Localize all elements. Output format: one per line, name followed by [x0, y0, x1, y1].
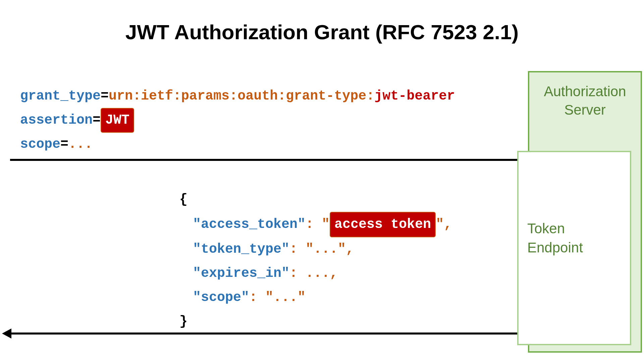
scope-line: scope=...: [20, 133, 455, 156]
token-type-val: : "...",: [289, 242, 354, 257]
expires-in-line: "expires_in": ...,: [179, 261, 452, 286]
grant-type-urn: urn:ietf:params:oauth:grant-type:: [109, 88, 374, 104]
equals-sign: =: [93, 113, 101, 128]
token-type-key: "token_type": [193, 242, 289, 257]
assertion-key: assertion: [20, 113, 93, 128]
equals-sign: =: [60, 137, 68, 152]
request-arrow: [10, 159, 523, 161]
expires-in-val: : ...,: [289, 266, 338, 281]
end-quote-comma: ",: [436, 217, 452, 232]
grant-type-jwt-bearer: jwt-bearer: [374, 88, 455, 104]
access-token-key: "access_token": [193, 217, 306, 232]
equals-sign: =: [101, 88, 109, 104]
token-type-line: "token_type": "...",: [179, 237, 452, 261]
auth-server-l1: Authorization: [544, 83, 626, 99]
token-endpoint-l1: Token: [527, 221, 565, 236]
token-endpoint-box: Token Endpoint: [517, 151, 631, 345]
assertion-line: assertion=JWT: [20, 108, 455, 133]
response-arrow: [10, 333, 523, 335]
scope-key: scope: [20, 137, 60, 152]
open-brace: {: [179, 188, 452, 212]
scope-value: ...: [68, 137, 93, 152]
access-token-line: "access_token": "access token",: [179, 212, 452, 237]
grant-type-key: grant_type: [20, 88, 101, 104]
auth-server-l2: Server: [564, 102, 606, 118]
colon-quote: : ": [306, 217, 330, 232]
close-brace: }: [179, 310, 452, 334]
expires-in-key: "expires_in": [193, 266, 289, 281]
access-token-badge: access token: [330, 212, 436, 237]
response-scope-line: "scope": "...": [179, 286, 452, 310]
response-scope-key: "scope": [193, 290, 249, 305]
diagram-title: JWT Authorization Grant (RFC 7523 2.1): [0, 20, 644, 44]
grant-type-line: grant_type=urn:ietf:params:oauth:grant-t…: [20, 84, 455, 108]
request-params: grant_type=urn:ietf:params:oauth:grant-t…: [20, 84, 455, 156]
jwt-badge: JWT: [101, 108, 134, 133]
token-endpoint-l2: Endpoint: [527, 240, 583, 255]
authorization-server-label: Authorization Server: [529, 82, 641, 119]
token-endpoint-label: Token Endpoint: [527, 219, 583, 257]
response-scope-val: : "...": [249, 290, 306, 305]
response-json: { "access_token": "access token", "token…: [179, 188, 452, 334]
